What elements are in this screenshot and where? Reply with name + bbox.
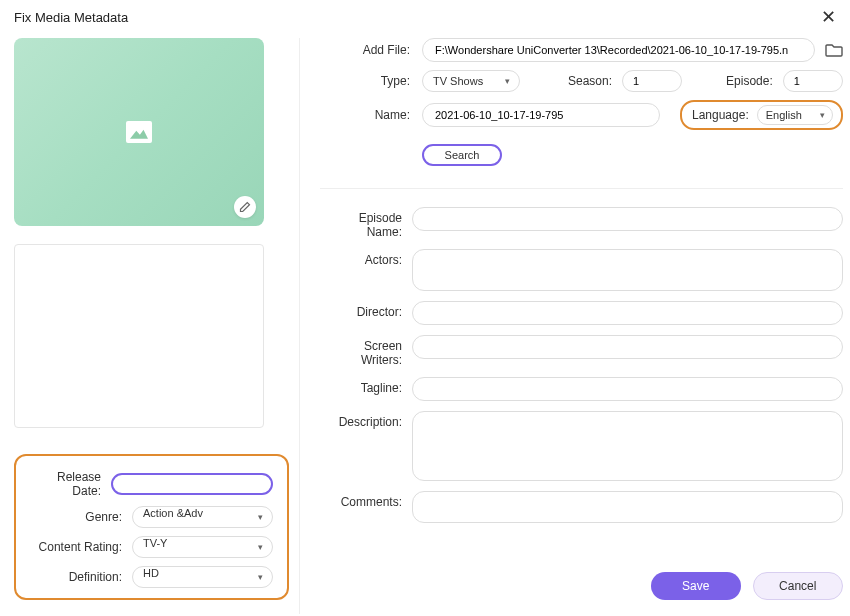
director-label: Director: bbox=[320, 301, 412, 319]
season-input[interactable] bbox=[622, 70, 682, 92]
folder-icon bbox=[825, 43, 843, 57]
browse-folder-button[interactable] bbox=[825, 43, 843, 57]
screen-writers-input[interactable] bbox=[412, 335, 843, 359]
edit-thumbnail-button[interactable] bbox=[234, 196, 256, 218]
episode-input[interactable] bbox=[783, 70, 843, 92]
season-label: Season: bbox=[568, 74, 612, 88]
genre-label: Genre: bbox=[30, 510, 132, 524]
pencil-icon bbox=[239, 201, 251, 213]
save-button[interactable]: Save bbox=[651, 572, 741, 600]
secondary-preview-box bbox=[14, 244, 264, 429]
type-select[interactable]: TV Shows bbox=[422, 70, 520, 92]
language-highlight-box: Language: English ▾ bbox=[680, 100, 843, 130]
release-date-input[interactable] bbox=[111, 473, 273, 495]
episode-name-input[interactable] bbox=[412, 207, 843, 231]
metadata-highlight-box: Release Date: Genre: Action &Adv ▾ Conte… bbox=[14, 454, 289, 600]
description-label: Description: bbox=[320, 411, 412, 429]
definition-select[interactable]: HD bbox=[132, 566, 273, 588]
add-file-input[interactable] bbox=[435, 44, 802, 56]
actors-input[interactable] bbox=[412, 249, 843, 291]
add-file-field[interactable] bbox=[422, 38, 815, 62]
tagline-label: Tagline: bbox=[320, 377, 412, 395]
thumbnail-preview bbox=[14, 38, 264, 226]
actors-label: Actors: bbox=[320, 249, 412, 267]
close-icon[interactable]: ✕ bbox=[821, 8, 836, 26]
image-placeholder-icon bbox=[126, 121, 152, 143]
definition-label: Definition: bbox=[30, 570, 132, 584]
content-rating-label: Content Rating: bbox=[30, 540, 132, 554]
window-title: Fix Media Metadata bbox=[14, 10, 128, 25]
divider bbox=[320, 188, 843, 189]
episode-name-label: Episode Name: bbox=[320, 207, 412, 239]
episode-label: Episode: bbox=[726, 74, 773, 88]
release-date-label: Release Date: bbox=[30, 470, 111, 498]
language-select[interactable]: English bbox=[757, 105, 833, 125]
comments-label: Comments: bbox=[320, 491, 412, 509]
type-label: Type: bbox=[320, 74, 412, 88]
add-file-label: Add File: bbox=[320, 43, 412, 57]
content-rating-select[interactable]: TV-Y bbox=[132, 536, 273, 558]
director-input[interactable] bbox=[412, 301, 843, 325]
name-label: Name: bbox=[320, 108, 412, 122]
description-input[interactable] bbox=[412, 411, 843, 481]
comments-input[interactable] bbox=[412, 491, 843, 523]
genre-select[interactable]: Action &Adv bbox=[132, 506, 273, 528]
cancel-button[interactable]: Cancel bbox=[753, 572, 843, 600]
language-label: Language: bbox=[692, 108, 749, 122]
screen-writers-label: Screen Writers: bbox=[320, 335, 412, 367]
tagline-input[interactable] bbox=[412, 377, 843, 401]
name-input[interactable] bbox=[435, 109, 647, 121]
name-field[interactable] bbox=[422, 103, 660, 127]
search-button[interactable]: Search bbox=[422, 144, 502, 166]
